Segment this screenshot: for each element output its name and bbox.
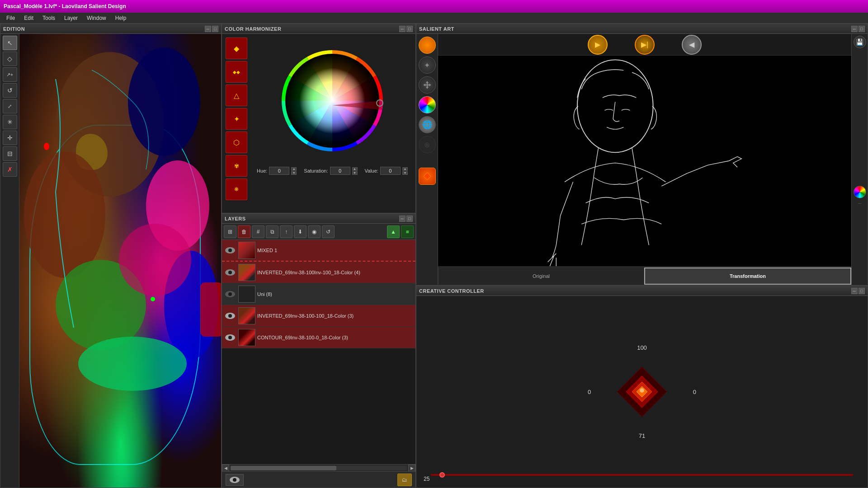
tool-move-add[interactable]: ↗+ [3, 67, 17, 82]
preset-tetrad[interactable]: ✦ [226, 108, 247, 130]
sa-play-button[interactable]: ▶ [588, 35, 608, 55]
ch-title: Color Harmonizer [225, 26, 281, 32]
eye-icon-2 [225, 291, 235, 297]
layers-h-scroll[interactable]: ◀ ▶ [222, 464, 415, 471]
hue-down[interactable]: ▼ [291, 171, 297, 175]
layer-label-3: INVERTED_69Inv-38-100-100_18-Color (3) [257, 313, 414, 319]
layers-footer-suitcase[interactable]: 🗂 [397, 474, 412, 486]
tool-align[interactable]: ⊟ [3, 146, 17, 161]
sa-edge-color[interactable] [854, 186, 866, 198]
tool-select[interactable]: ↖ [3, 36, 17, 50]
layer-tool-down[interactable]: ⬇ [294, 225, 307, 238]
hue-input[interactable] [269, 167, 289, 175]
cc-minimize[interactable]: ─ [851, 288, 858, 294]
menu-window[interactable]: Window [82, 14, 111, 22]
hue-spin: ▲ ▼ [291, 167, 297, 175]
val-input[interactable] [380, 167, 401, 175]
menu-file[interactable]: File [2, 14, 19, 22]
edition-maximize[interactable]: □ [212, 26, 218, 32]
sa-tool-rainbow[interactable] [419, 96, 436, 113]
sa-next-button[interactable]: ▶| [635, 35, 655, 55]
tool-polygon[interactable]: ◇ [3, 52, 17, 66]
sa-view-transformation[interactable]: Transformation [644, 267, 851, 285]
ch-maximize[interactable]: □ [406, 26, 413, 32]
layer-row[interactable]: MIXED 1 [222, 240, 415, 262]
hue-up[interactable]: ▲ [291, 167, 297, 171]
layer-tool-hash[interactable]: # [252, 225, 264, 238]
layers-list[interactable]: MIXED 1 INVERTED_69Inv-38-100Inv-100_18-… [222, 240, 415, 464]
menu-tools[interactable]: Tools [38, 14, 60, 22]
h-scroll-thumb[interactable] [231, 466, 336, 470]
val-label: Value: [365, 168, 378, 174]
color-wheel[interactable] [269, 38, 396, 164]
layer-tool-arrow-up[interactable]: ▲ [387, 225, 400, 238]
preset-single[interactable]: ◆ [226, 38, 247, 59]
sa-viewport [438, 56, 851, 266]
tool-delete[interactable]: ✗ [3, 162, 17, 177]
layer-eye-3[interactable] [224, 310, 236, 322]
tool-scale[interactable]: ⤢ [3, 99, 17, 113]
sa-tool-circle-orange[interactable] [419, 37, 436, 54]
sa-view-original[interactable]: Original [438, 267, 644, 285]
eye-icon-4 [225, 334, 235, 341]
layer-row[interactable]: CONTOUR_69Inv-38-100-0_18-Color (3) [222, 327, 415, 348]
sa-prev-button[interactable]: ◀ [682, 35, 702, 55]
preset-hex1[interactable]: ⬡ [226, 131, 247, 153]
sa-prev-icon: ◀ [689, 40, 694, 49]
tool-distort[interactable]: ✳ [3, 115, 17, 129]
tool-move[interactable]: ✛ [3, 131, 17, 145]
menu-help[interactable]: Help [111, 14, 131, 22]
sa-tool-orange-square[interactable] [419, 168, 436, 185]
menu-edit[interactable]: Edit [19, 14, 38, 22]
sa-edge-save[interactable]: 💾 [854, 36, 866, 48]
layer-eye-2[interactable] [224, 288, 236, 300]
cc-diamond-svg[interactable] [615, 365, 669, 419]
cc-label-left: 0 [588, 389, 591, 395]
preset-hex2[interactable]: ✾ [226, 155, 247, 177]
h-scroll-bar[interactable] [231, 466, 407, 470]
layer-eye-1[interactable] [224, 266, 236, 279]
layer-row[interactable]: INVERTED_69Inv-38-100-100_18-Color (3) [222, 305, 415, 327]
scroll-right[interactable]: ▶ [408, 465, 415, 472]
layer-tool-reset[interactable]: ↺ [322, 225, 335, 238]
layer-tool-new[interactable]: ⊞ [224, 225, 236, 238]
edition-minimize[interactable]: ─ [205, 26, 211, 32]
layers-footer-eye[interactable] [226, 474, 244, 486]
ch-minimize[interactable]: ─ [399, 26, 406, 32]
sa-tool-star[interactable]: ✦ [419, 56, 436, 74]
preset-complementary[interactable]: ◆◆ [226, 61, 247, 83]
layer-eye-4[interactable] [224, 331, 236, 344]
preset-custom[interactable]: ❋ [226, 178, 247, 200]
sa-minimize[interactable]: ─ [851, 26, 858, 32]
preset-triad[interactable]: △ [226, 84, 247, 106]
cc-slider-bar[interactable] [431, 474, 853, 476]
layers-header-controls: ─ □ [399, 216, 413, 222]
sat-up[interactable]: ▲ [352, 167, 358, 171]
sa-tool-arrows[interactable] [419, 76, 436, 94]
layer-tool-up[interactable]: ↑ [280, 225, 292, 238]
val-up[interactable]: ▲ [402, 167, 408, 171]
scroll-left[interactable]: ◀ [222, 465, 229, 472]
cc-maximize[interactable]: □ [859, 288, 865, 294]
menu-layer[interactable]: Layer [60, 14, 82, 22]
layer-tool-delete[interactable]: 🗑 [238, 225, 250, 238]
tool-rotate[interactable]: ↺ [3, 83, 17, 98]
layers-maximize[interactable]: □ [406, 216, 413, 222]
sa-right-edge: 💾 ··· [851, 34, 868, 285]
cc-slider-handle[interactable] [439, 472, 445, 478]
val-down[interactable]: ▼ [402, 171, 408, 175]
sat-down[interactable]: ▼ [352, 171, 358, 175]
sa-tool-globe[interactable]: 🌐 [419, 116, 436, 133]
sat-input[interactable] [330, 167, 350, 175]
layer-tool-copy[interactable]: ⧉ [266, 225, 278, 238]
sa-tool-disabled[interactable]: ⊗ [419, 136, 436, 153]
layer-row[interactable]: INVERTED_69Inv-38-100Inv-100_18-Color (4… [222, 262, 415, 283]
layer-tool-square[interactable]: ■ [401, 225, 414, 238]
layer-label-1: INVERTED_69Inv-38-100Inv-100_18-Color (4… [257, 270, 414, 275]
layer-row[interactable]: Uni (8) [222, 283, 415, 305]
layer-tool-circle[interactable]: ◉ [308, 225, 321, 238]
layers-minimize[interactable]: ─ [399, 216, 406, 222]
sa-maximize[interactable]: □ [859, 26, 865, 32]
preset-comp-icon: ◆◆ [233, 70, 240, 75]
layer-eye-0[interactable] [224, 244, 236, 257]
